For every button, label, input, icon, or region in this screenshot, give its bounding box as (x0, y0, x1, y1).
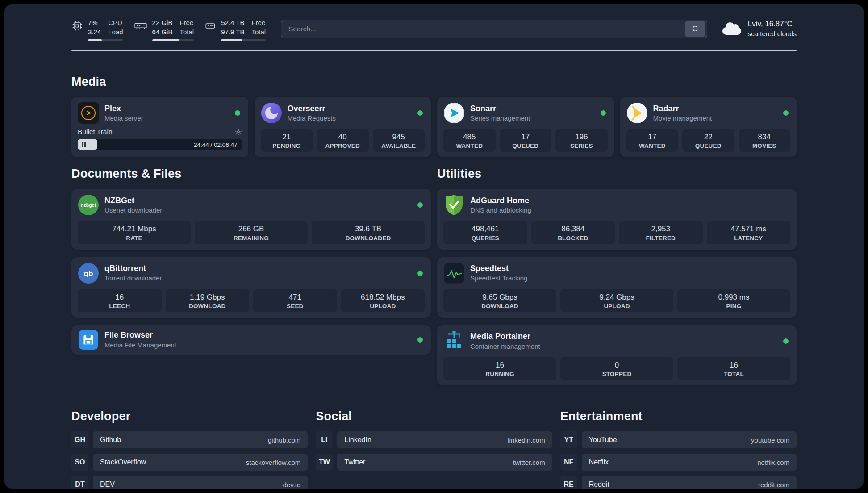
app-name: qBittorrent (104, 263, 162, 274)
cpu-progress-fill (88, 39, 102, 41)
cpu-metric: 7% 3.24 CPU Load (71, 17, 123, 41)
stat-value: 498,461 (445, 224, 526, 234)
ram-progress-fill (152, 39, 180, 41)
section-title-developer: Developer (71, 409, 308, 423)
bookmark-row-github[interactable]: GH Github github.com (71, 431, 308, 448)
stat-tile: 21 PENDING (261, 129, 313, 152)
stat-label: DOWNLOAD (167, 303, 248, 309)
app-subtitle: Speedtest Tracking (470, 274, 527, 283)
plex-icon: > (78, 102, 99, 124)
stat-label: DOWNLOADED (313, 235, 423, 242)
status-dot (417, 110, 423, 116)
filebrowser-icon (78, 329, 99, 351)
app-card-radarr[interactable]: Radarr Movie management 17 WANTED 22 QUE… (620, 97, 797, 157)
nzbget-icon: nzbget (78, 194, 99, 216)
github-abbr-icon: GH (71, 431, 88, 448)
dashboard-window: 7% 3.24 CPU Load (0, 0, 868, 493)
bookmark-url: twitter.com (513, 459, 545, 466)
app-name: Sonarr (470, 104, 530, 114)
radarr-icon (626, 102, 648, 124)
stat-value: 0 (562, 360, 672, 370)
bookmark-name: Reddit (589, 480, 609, 489)
stat-label: QUEUED (684, 142, 733, 149)
disk-free-value: 52.4 TB (221, 18, 244, 27)
adguard-shield-icon (443, 194, 465, 216)
stat-label: PING (679, 303, 789, 309)
weather-widget: Lviv, 16.87°C scattered clouds (722, 19, 797, 38)
app-card-overseerr[interactable]: Overseerr Media Requests 21 PENDING 40 A… (255, 97, 431, 157)
stat-label: UPLOAD (562, 303, 672, 309)
ram-total-value: 64 GiB (152, 27, 173, 37)
player-progress-bar[interactable]: 24:44 / 02:06:47 (78, 139, 242, 150)
bookmark-row-youtube[interactable]: YT YouTube youtube.com (560, 431, 797, 448)
bookmark-row-stackoverflow[interactable]: SO StackOverflow stackoverflow.com (71, 454, 308, 471)
stat-tile: 498,461 QUERIES (443, 221, 527, 244)
portainer-crane-icon (443, 330, 465, 352)
stat-value: 16 (79, 292, 160, 302)
stat-tile: 86,384 BLOCKED (531, 221, 615, 244)
stat-value: 1.19 Gbps (167, 292, 248, 302)
bookmark-url: stackoverflow.com (246, 459, 301, 466)
stat-label: WANTED (445, 142, 494, 149)
search-input[interactable] (281, 20, 707, 38)
app-card-portainer[interactable]: Media Portainer Container management 16 … (437, 325, 797, 385)
stat-label: APPROVED (318, 142, 367, 149)
topbar-divider (71, 50, 797, 51)
bookmark-url: github.com (268, 436, 300, 444)
bookmark-row-netflix[interactable]: NF Netflix netflix.com (560, 454, 797, 471)
pause-icon[interactable] (82, 142, 86, 147)
ram-label-line2: Total (179, 27, 194, 37)
stat-label: AVAILABLE (375, 142, 423, 149)
stat-label: PENDING (263, 142, 311, 149)
section-title-documents-files: Documents & Files (71, 167, 431, 181)
section-title-media: Media (71, 75, 797, 89)
memory-metric: 22 GiB 64 GiB Free Total (134, 17, 194, 41)
storage-icon (204, 20, 216, 32)
app-card-speedtest[interactable]: Speedtest Speedtest Tracking 9.65 Gbps D… (437, 257, 797, 318)
app-card-sonarr[interactable]: Sonarr Series management 485 WANTED 17 Q… (437, 97, 614, 157)
app-card-filebrowser[interactable]: File Browser Media File Management (71, 325, 431, 355)
bookmark-row-reddit[interactable]: RE Reddit reddit.com (560, 476, 797, 489)
cpu-usage-value: 7% (88, 18, 101, 27)
bookmark-row-twitter[interactable]: TW Twitter twitter.com (316, 454, 552, 471)
bookmark-row-dev[interactable]: DT DEV dev.to (71, 476, 308, 489)
stat-label: FILTERED (621, 235, 701, 242)
stat-tile: 196 SERIES (555, 129, 608, 152)
stat-tile: 16 TOTAL (677, 357, 790, 380)
stat-value: 39.6 TB (313, 224, 423, 234)
app-subtitle: Container management (470, 342, 540, 351)
search-engine-button[interactable]: G (685, 21, 705, 37)
app-card-adguard-home[interactable]: AdGuard Home DNS and adblocking 498,461 … (437, 189, 797, 249)
stat-value: 47.571 ms (709, 224, 789, 234)
player-time: 24:44 / 02:06:47 (194, 141, 238, 148)
bookmark-name: StackOverflow (100, 458, 146, 466)
stat-value: 744.21 Mbps (79, 224, 189, 234)
stat-value: 834 (740, 132, 789, 142)
bookmark-row-linkedin[interactable]: LI LinkedIn linkedin.com (316, 431, 552, 448)
section-title-utilities: Utilities (437, 167, 797, 181)
stat-label: REMAINING (196, 235, 306, 242)
app-card-nzbget[interactable]: nzbget NZBGet Usenet downloader 744.21 M… (71, 189, 431, 249)
stat-value: 9.65 Gbps (445, 292, 555, 302)
section-social: Social LI LinkedIn linkedin.com TW Twitt… (316, 409, 552, 471)
app-name: Radarr (653, 104, 712, 114)
disk-label-line1: Free (251, 18, 266, 27)
stat-value: 16 (445, 360, 555, 370)
app-card-plex[interactable]: > Plex Media server Bullet Train (71, 97, 248, 157)
stat-label: DOWNLOAD (445, 303, 555, 309)
app-name: Overseerr (288, 104, 336, 114)
dashboard-panel: 7% 3.24 CPU Load (4, 4, 864, 489)
app-name: Plex (104, 104, 143, 114)
stat-tile: 744.21 Mbps RATE (78, 221, 191, 244)
disk-label-line2: Total (251, 27, 266, 37)
app-card-qbittorrent[interactable]: qb qBittorrent Torrent downloader 16 (71, 257, 431, 318)
dev-abbr-icon: DT (71, 476, 88, 489)
bookmark-url: youtube.com (751, 436, 789, 444)
stat-tile: 9.24 Gbps UPLOAD (560, 289, 673, 312)
netflix-abbr-icon: NF (560, 454, 577, 471)
overseerr-icon (261, 102, 282, 124)
section-documents-files: Documents & Files nzbget NZBGet U (71, 167, 431, 355)
top-bar: 7% 3.24 CPU Load (71, 16, 797, 42)
ram-free-value: 22 GiB (152, 18, 173, 27)
player-settings-gear-icon[interactable] (235, 128, 242, 135)
